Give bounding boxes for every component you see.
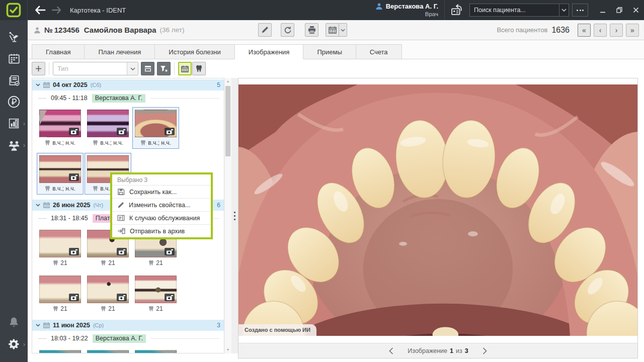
image-thumbnail[interactable] bbox=[39, 155, 81, 183]
image-card[interactable]: в.ч.; н.ч. bbox=[85, 107, 131, 149]
filter-clear-icon bbox=[160, 65, 168, 72]
main-image[interactable]: Создано с помощью ИИ bbox=[238, 84, 637, 336]
image-list-scrollbar[interactable]: ▲ ▼ bbox=[224, 78, 231, 353]
chevron-down-icon bbox=[341, 29, 345, 32]
image-card[interactable] bbox=[37, 347, 84, 353]
total-patients-count: 1636 bbox=[551, 26, 570, 35]
appointments-split-button bbox=[326, 23, 347, 37]
thumbnail-label: 21 bbox=[135, 305, 177, 312]
image-thumbnail[interactable] bbox=[87, 350, 129, 353]
image-thumbnail[interactable] bbox=[135, 110, 177, 137]
type-filter-combobox[interactable]: Тип bbox=[53, 62, 138, 75]
print-button[interactable] bbox=[305, 23, 318, 37]
tab-priemy[interactable]: Приемы bbox=[303, 44, 356, 59]
chevron-right-icon: › bbox=[23, 341, 25, 348]
image-card[interactable]: 21 bbox=[85, 273, 131, 315]
collapse-groups-button[interactable] bbox=[141, 62, 154, 75]
first-patient-button[interactable]: « bbox=[578, 24, 591, 37]
sidebar-item-payments[interactable] bbox=[0, 91, 28, 113]
menu-item-service-case[interactable]: К случаю обслуживания bbox=[112, 211, 211, 224]
next-image-button[interactable] bbox=[482, 347, 487, 354]
minimize-button[interactable] bbox=[594, 0, 611, 20]
patient-search-input[interactable] bbox=[470, 4, 559, 16]
sidebar-item-treatment[interactable] bbox=[0, 26, 28, 48]
edit-patient-button[interactable] bbox=[258, 23, 272, 37]
calendar-dropdown-button[interactable] bbox=[339, 23, 347, 37]
sidebar-item-tasks[interactable] bbox=[0, 69, 28, 91]
image-list-panel: 04 окт 2025 (Сб) 5 09:45 - 11:18 Верстак… bbox=[32, 78, 224, 353]
back-button[interactable] bbox=[35, 6, 46, 15]
forward-button[interactable] bbox=[52, 7, 61, 14]
tab-scheta[interactable]: Счета bbox=[356, 44, 402, 59]
combobox-dropdown-button[interactable] bbox=[127, 62, 138, 75]
thumbnail-row: 21 21 bbox=[32, 273, 224, 315]
search-dropdown-button[interactable] bbox=[559, 4, 569, 16]
tooth-icon bbox=[148, 306, 154, 312]
image-card[interactable]: в.ч.; н.ч. bbox=[37, 107, 84, 149]
camera-badge-icon bbox=[69, 128, 79, 135]
app-logo[interactable] bbox=[0, 0, 28, 20]
more-options-button[interactable] bbox=[572, 4, 588, 17]
menu-item-send-to-archive[interactable]: Отправить в архив bbox=[112, 224, 211, 237]
session-row: 09:45 - 11:18 Верстакова А. Г. bbox=[32, 93, 224, 103]
type-filter-placeholder: Тип bbox=[53, 65, 127, 72]
camera-badge-icon bbox=[165, 294, 175, 301]
scroll-down-arrow[interactable]: ▼ bbox=[224, 346, 231, 353]
image-thumbnail[interactable] bbox=[87, 276, 129, 303]
refresh-button[interactable] bbox=[281, 23, 294, 37]
sidebar-item-settings[interactable]: › bbox=[0, 333, 28, 355]
thumbnail-label: в.ч.; н.ч. bbox=[39, 139, 81, 146]
gear-icon bbox=[8, 338, 20, 350]
image-card[interactable]: 21 bbox=[37, 227, 84, 269]
previous-patient-button[interactable]: ‹ bbox=[594, 24, 607, 37]
image-card-selected[interactable]: в.ч.; н.ч. bbox=[132, 107, 179, 149]
tab-istoriya-bolezni[interactable]: История болезни bbox=[154, 44, 234, 59]
minimize-icon bbox=[600, 7, 606, 13]
close-button[interactable] bbox=[627, 0, 644, 20]
image-thumbnail[interactable] bbox=[39, 230, 81, 257]
add-image-button[interactable] bbox=[32, 62, 45, 75]
image-thumbnail[interactable] bbox=[39, 350, 81, 353]
session-time: 18:03 - 19:22 bbox=[51, 335, 88, 342]
tab-plan-lecheniya[interactable]: План лечения bbox=[84, 44, 155, 59]
patient-header: №123456 Самойлов Варвара (36 лет) bbox=[28, 20, 644, 40]
image-card-selected[interactable]: в.ч.; н.ч. bbox=[37, 153, 84, 195]
image-thumbnail[interactable] bbox=[87, 110, 129, 137]
thumbnail-label: 21 bbox=[39, 259, 81, 266]
image-card[interactable] bbox=[85, 347, 131, 353]
image-thumbnail[interactable] bbox=[39, 110, 81, 137]
previous-image-button[interactable] bbox=[389, 347, 393, 354]
clear-filter-button[interactable] bbox=[157, 62, 171, 75]
last-patient-button[interactable]: » bbox=[626, 24, 639, 37]
patient-search bbox=[469, 4, 569, 17]
scrollbar-thumb[interactable] bbox=[225, 86, 230, 156]
date-group-header[interactable]: 04 окт 2025 (Сб) 5 bbox=[32, 79, 224, 90]
next-patient-button[interactable]: › bbox=[610, 24, 623, 37]
ruble-circle-icon bbox=[7, 95, 21, 109]
date-group-header[interactable]: 11 июн 2025 (Ср) 3 bbox=[32, 320, 224, 331]
sidebar-item-notifications[interactable] bbox=[0, 312, 28, 333]
image-card[interactable]: 21 bbox=[132, 273, 179, 315]
group-by-date-toggle[interactable] bbox=[178, 62, 192, 75]
camera-badge-icon bbox=[165, 248, 175, 255]
menu-item-save-as[interactable]: Сохранить как... bbox=[112, 185, 211, 198]
sidebar-item-schedule[interactable] bbox=[0, 48, 28, 69]
tab-izobrazheniya[interactable]: Изображения bbox=[234, 44, 304, 59]
calendar-button[interactable] bbox=[326, 23, 339, 37]
image-thumbnail[interactable] bbox=[135, 276, 177, 303]
restore-button[interactable] bbox=[611, 0, 627, 20]
image-card[interactable] bbox=[132, 347, 179, 353]
sidebar-item-staff[interactable]: › bbox=[0, 134, 28, 156]
image-card[interactable]: 21 bbox=[37, 273, 84, 315]
panel-splitter[interactable] bbox=[231, 78, 238, 353]
camera-badge-icon bbox=[69, 294, 79, 301]
current-user-button[interactable]: Верстакова А. Г. Врач bbox=[375, 3, 438, 18]
tab-glavnaya[interactable]: Главная bbox=[32, 44, 85, 59]
group-by-tooth-toggle[interactable] bbox=[192, 62, 206, 75]
menu-item-edit-properties[interactable]: Изменить свойства... bbox=[112, 198, 211, 211]
image-thumbnail[interactable] bbox=[39, 276, 81, 303]
return-to-card-button[interactable] bbox=[451, 4, 464, 17]
scroll-up-arrow[interactable]: ▲ bbox=[224, 78, 231, 85]
image-thumbnail[interactable] bbox=[135, 350, 177, 353]
sidebar-item-reports[interactable]: › bbox=[0, 113, 28, 134]
